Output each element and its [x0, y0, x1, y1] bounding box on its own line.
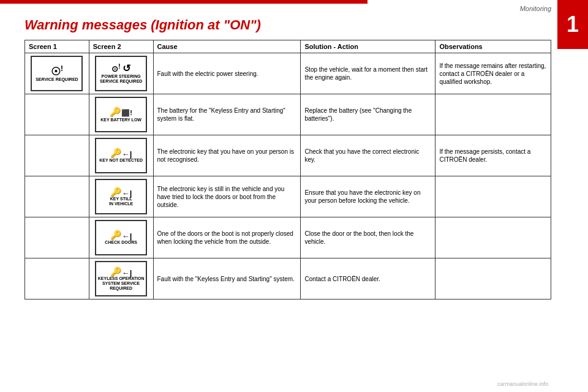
icon-box-s2: 🔑⬛! KEY BATTERY LOW: [95, 97, 147, 132]
icon-box-s1: ☉! SERVICE REQUIRED: [31, 56, 83, 91]
table-header-row: Screen 1 Screen 2 Cause Solution - Actio…: [25, 40, 551, 53]
observations-cell: [435, 176, 551, 217]
cause-cell: Fault with the electric power steering.: [153, 53, 301, 94]
header-solution: Solution - Action: [301, 40, 435, 53]
table-row: 🔑⬛! KEY BATTERY LOW The battery for the …: [25, 94, 551, 135]
screen2-cell: 🔑⬛! KEY BATTERY LOW: [89, 94, 153, 135]
screen1-cell: ☉! SERVICE REQUIRED: [25, 53, 89, 94]
icon-label-s2: KEY BATTERY LOW: [100, 118, 141, 123]
header-observations: Observations: [435, 40, 551, 53]
cause-cell: Fault with the "Keyless Entry and Starti…: [153, 258, 301, 300]
screen1-cell-empty: [25, 258, 89, 300]
icon-label-s2: KEYLESS OPERATIONSYSTEM SERVICEREQUIRED: [98, 276, 145, 290]
header-screen1: Screen 1: [25, 40, 89, 53]
table-row: 🔑←| CHECK DOORS One of the doors or the …: [25, 217, 551, 258]
solution-cell: Contact a CITROËN dealer.: [301, 258, 435, 300]
observations-cell: [435, 94, 551, 135]
solution-cell: Check that you have the correct electron…: [301, 135, 435, 176]
icon-label-s2: KEY NOT DETECTED: [99, 158, 143, 163]
header-cause: Cause: [153, 40, 301, 53]
top-accent-bar: [0, 0, 368, 4]
icon-label-s2: KEY STILLIN VEHICLE: [109, 197, 133, 206]
observations-cell: If the message persists, contact a CITRO…: [435, 135, 551, 176]
icon-box-s2: 🔑←| KEYLESS OPERATIONSYSTEM SERVICEREQUI…: [95, 261, 147, 296]
section-label: Monitoring: [520, 5, 551, 12]
screen2-cell: ⊙! ↺ POWER STEERINGSERVICE REQUIRED: [89, 53, 153, 94]
screen2-cell: 🔑←| KEY STILLIN VEHICLE: [89, 176, 153, 217]
solution-cell: Stop the vehicle, wait for a moment then…: [301, 53, 435, 94]
icon-box-s2: 🔑←| KEY NOT DETECTED: [95, 138, 147, 173]
cause-cell: The battery for the "Keyless Entry and S…: [153, 94, 301, 135]
screen2-cell: 🔑←| CHECK DOORS: [89, 217, 153, 258]
cause-cell: One of the doors or the boot is not prop…: [153, 217, 301, 258]
page-title: Warning messages (Ignition at "ON"): [24, 17, 261, 33]
solution-cell: Close the door or the boot, then lock th…: [301, 217, 435, 258]
header-screen2: Screen 2: [89, 40, 153, 53]
warning-table: Screen 1 Screen 2 Cause Solution - Actio…: [24, 40, 551, 300]
icon-box-s2: ⊙! ↺ POWER STEERINGSERVICE REQUIRED: [95, 56, 147, 91]
observations-cell: [435, 258, 551, 300]
icon-label-s2: CHECK DOORS: [105, 240, 137, 245]
table-row: ☉! SERVICE REQUIRED ⊙! ↺ POWER STEERINGS…: [25, 53, 551, 94]
cause-cell: The electronic key that you have on your…: [153, 135, 301, 176]
page-number-tab: 1: [557, 0, 588, 49]
screen2-cell: 🔑←| KEY NOT DETECTED: [89, 135, 153, 176]
observations-cell: If the message remains after restarting,…: [435, 53, 551, 94]
warning-table-container: Screen 1 Screen 2 Cause Solution - Actio…: [24, 40, 551, 374]
screen1-cell-empty: [25, 135, 89, 176]
table-row: 🔑←| KEY STILLIN VEHICLE The electronic k…: [25, 176, 551, 217]
screen1-cell-empty: [25, 217, 89, 258]
cause-cell: The electronic key is still in the vehic…: [153, 176, 301, 217]
icon-label-s1: SERVICE REQUIRED: [36, 77, 78, 82]
icon-box-s2: 🔑←| CHECK DOORS: [95, 220, 147, 255]
observations-cell: [435, 217, 551, 258]
watermark: carmanualonline.info: [497, 381, 548, 387]
solution-cell: Ensure that you have the electronic key …: [301, 176, 435, 217]
table-row: 🔑←| KEY NOT DETECTED The electronic key …: [25, 135, 551, 176]
solution-cell: Replace the battery (see "Changing the b…: [301, 94, 435, 135]
page-number: 1: [567, 12, 579, 37]
screen1-cell-empty: [25, 176, 89, 217]
screen1-cell-empty: [25, 94, 89, 135]
icon-label-s2: POWER STEERINGSERVICE REQUIRED: [100, 74, 143, 83]
screen2-cell: 🔑←| KEYLESS OPERATIONSYSTEM SERVICEREQUI…: [89, 258, 153, 300]
icon-box-s2: 🔑←| KEY STILLIN VEHICLE: [95, 179, 147, 214]
table-row: 🔑←| KEYLESS OPERATIONSYSTEM SERVICEREQUI…: [25, 258, 551, 300]
